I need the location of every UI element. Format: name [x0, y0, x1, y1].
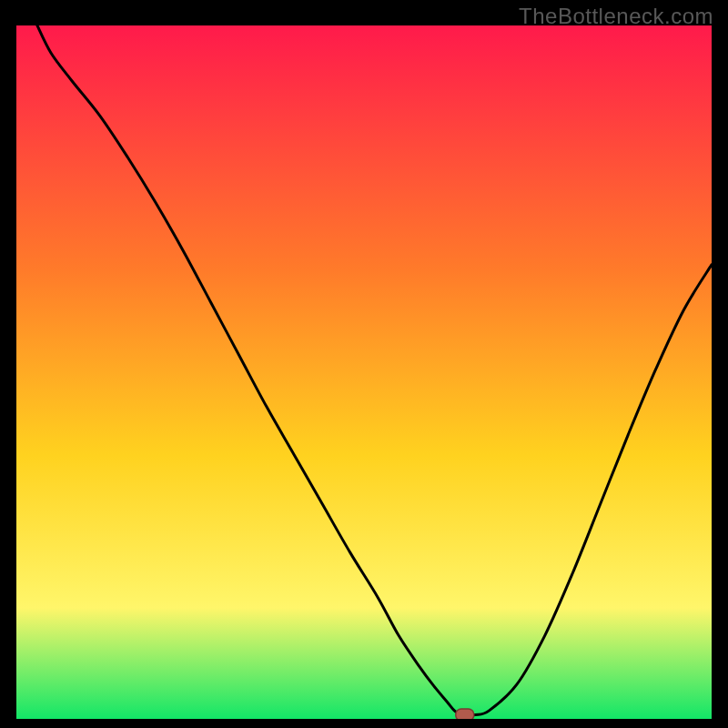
optimum-marker: [456, 709, 474, 719]
bottleneck-chart: [16, 25, 712, 719]
chart-frame: TheBottleneck.com: [0, 0, 728, 728]
plot-area: [16, 25, 712, 719]
gradient-background: [16, 25, 712, 719]
